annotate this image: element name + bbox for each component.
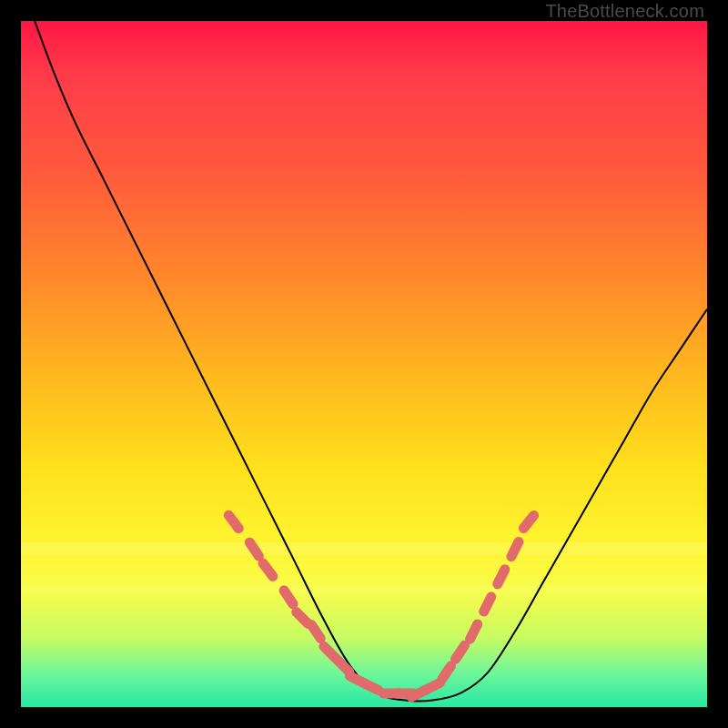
highlight-dot [249,542,258,556]
highlight-dot [498,570,505,584]
chart-frame: TheBottleneck.com [0,0,728,728]
highlight-dot [523,515,533,528]
highlight-dot [441,666,450,680]
highlight-dot [297,612,308,624]
highlight-dot [484,597,491,612]
highlight-dot [456,645,465,659]
highlight-dot [263,563,273,576]
highlight-dot [425,682,440,690]
highlight-dot [511,542,519,557]
plot-area [21,21,707,707]
highlight-dot [470,624,478,639]
highlight-dot [311,625,320,639]
highlight-dot [284,591,293,604]
curve-layer [21,21,707,707]
highlight-dot [228,515,238,528]
watermark-text: TheBottleneck.com [545,1,704,22]
highlight-dot [363,682,378,690]
highlight-dots-right [383,515,533,697]
bottleneck-curve [35,21,707,701]
highlight-dots-left [228,515,378,690]
highlight-dot [324,646,336,658]
